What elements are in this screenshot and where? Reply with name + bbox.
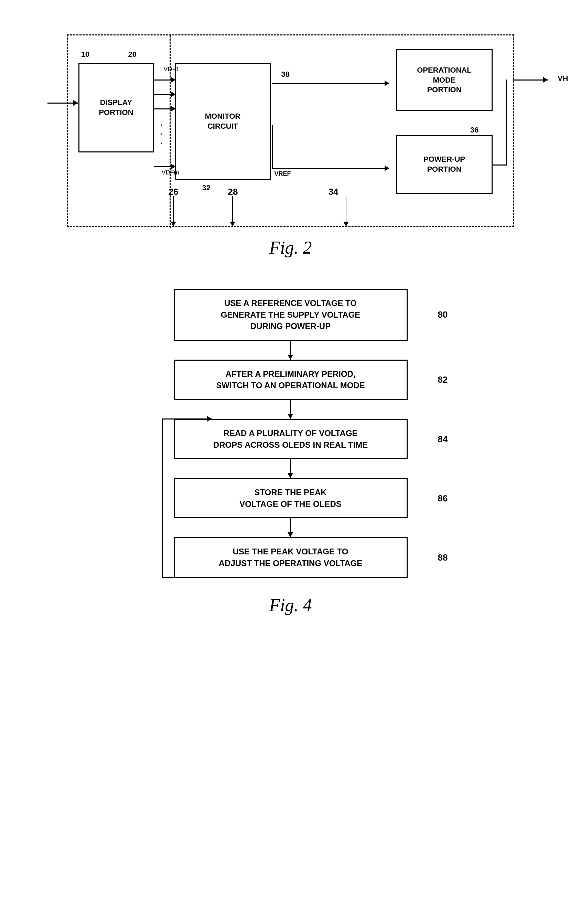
arrow-80-82 — [290, 341, 291, 360]
label-36: 36 — [470, 125, 479, 135]
step-84-label: 84 — [438, 432, 448, 445]
step-80-box: USE A REFERENCE VOLTAGE TO GENERATE THE … — [174, 289, 408, 341]
right-vert-feedback — [506, 79, 507, 165]
vh-output-arrow — [513, 79, 548, 81]
step-88-wrapper: USE THE PEAK VOLTAGE TO ADJUST THE OPERA… — [136, 537, 446, 578]
input-arrow — [48, 102, 78, 104]
arrow-86-88 — [290, 518, 291, 537]
dashed-divider — [170, 35, 171, 228]
step-80-label: 80 — [438, 309, 448, 321]
step-88-box: USE THE PEAK VOLTAGE TO ADJUST THE OPERA… — [174, 537, 408, 578]
vref-vertical — [272, 125, 273, 168]
vh-label: VH — [558, 74, 568, 83]
operational-mode-box: OPERATIONAL MODE PORTION — [396, 49, 492, 111]
center-arrows: READ A PLURALITY OF VOLTAGE DROPS ACROSS… — [136, 400, 446, 578]
arrow-to-operational — [272, 83, 389, 84]
label-26-number: 26 — [169, 186, 179, 197]
step-82-wrapper: AFTER A PRELIMINARY PERIOD, SWITCH TO AN… — [136, 360, 446, 400]
powerup-portion-box: POWER-UP PORTION — [396, 135, 492, 194]
label-34-number: 34 — [329, 186, 339, 197]
label-38: 38 — [281, 70, 290, 79]
vref-horizontal — [272, 168, 389, 169]
monitor-circuit-box: MONITOR CIRCUIT — [175, 63, 271, 180]
fig2-diagram: 10 20 DISPLAY PORTION VDF1 VDFm — [50, 14, 532, 258]
arrow-82-84 — [290, 400, 291, 419]
display-portion-box: DISPLAY PORTION — [79, 63, 154, 152]
step-80-wrapper: USE A REFERENCE VOLTAGE TO GENERATE THE … — [136, 289, 446, 341]
loop-top-h — [162, 419, 212, 419]
label-32: 32 — [202, 183, 211, 192]
label-28-number: 28 — [228, 186, 238, 197]
step-82-label: 82 — [438, 373, 448, 386]
fig4-diagram: USE A REFERENCE VOLTAGE TO GENERATE THE … — [67, 289, 514, 615]
step-84-wrapper: READ A PLURALITY OF VOLTAGE DROPS ACROSS… — [136, 419, 446, 459]
step-86-box: STORE THE PEAK VOLTAGE OF THE OLEDS 86 — [174, 478, 408, 518]
bottom-h-to-powerup — [492, 165, 507, 165]
step-88-label: 88 — [438, 551, 448, 564]
arrow-line-34 — [346, 196, 346, 226]
arrow-vdf2 — [154, 94, 175, 95]
arrow-84-86 — [290, 459, 291, 478]
arrow-vdf3 — [154, 109, 175, 109]
step-86-wrapper: STORE THE PEAK VOLTAGE OF THE OLEDS 86 — [136, 478, 446, 518]
loop-bottom-h — [162, 577, 212, 578]
fig2-title: Fig. 2 — [50, 238, 532, 258]
arrow-vdf1 — [154, 79, 175, 81]
fig4-title: Fig. 4 — [269, 595, 312, 615]
step-82-box: AFTER A PRELIMINARY PERIOD, SWITCH TO AN… — [174, 360, 408, 400]
dots-indicator: ··· — [160, 121, 162, 148]
loop-left-vertical — [162, 419, 163, 578]
fig2-dashed-boundary: 10 20 DISPLAY PORTION VDF1 VDFm — [67, 35, 514, 227]
label-20: 20 — [128, 50, 137, 59]
step-84-box: READ A PLURALITY OF VOLTAGE DROPS ACROSS… — [174, 419, 408, 459]
vref-label: VREF — [275, 170, 291, 178]
loop-section: READ A PLURALITY OF VOLTAGE DROPS ACROSS… — [136, 400, 446, 578]
label-10: 10 — [81, 50, 89, 59]
arrow-vdfm — [154, 166, 175, 167]
arrow-line-28 — [232, 196, 233, 226]
arrow-line-26 — [173, 196, 174, 226]
step-86-label: 86 — [438, 492, 448, 505]
